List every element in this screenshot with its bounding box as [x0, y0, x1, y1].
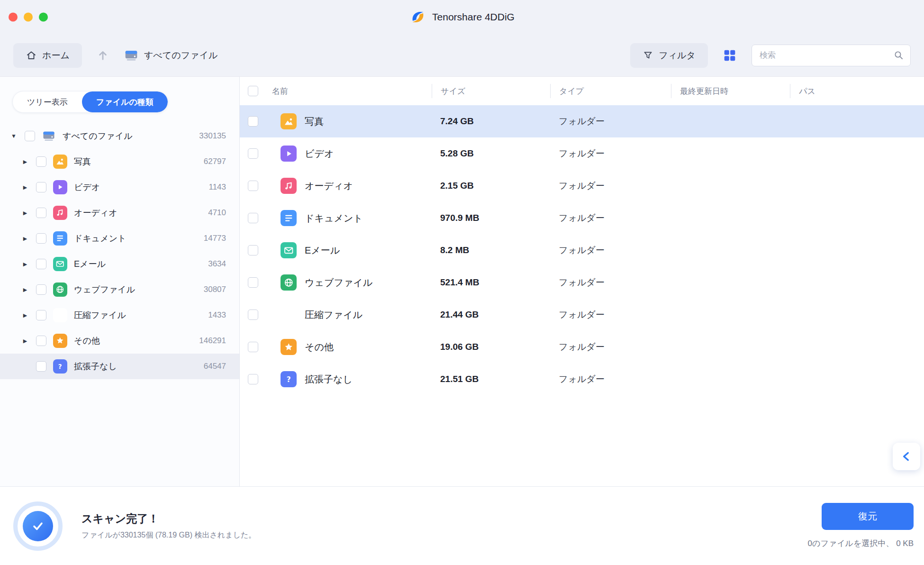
tab-tree-view[interactable]: ツリー表示	[13, 91, 82, 112]
table-row[interactable]: 圧縮ファイル21.44 GBフォルダー	[240, 299, 924, 331]
row-name: ドキュメント	[305, 212, 363, 225]
disclosure-caret[interactable]: ▶	[21, 159, 29, 165]
column-header-name[interactable]: 名前	[266, 84, 432, 98]
zoom-window-button[interactable]	[39, 13, 48, 22]
search-input[interactable]	[752, 45, 911, 66]
tab-file-types[interactable]: ファイルの種類	[82, 91, 168, 112]
sidebar-item[interactable]: ?拡張子なし64547	[0, 354, 239, 379]
tree-checkbox[interactable]	[36, 182, 46, 192]
filter-button[interactable]: フィルタ	[630, 43, 708, 68]
recover-button[interactable]: 復元	[822, 503, 914, 530]
tree-item-count: 1433	[208, 310, 226, 320]
doc-icon	[281, 210, 297, 226]
disclosure-caret[interactable]: ▶	[21, 210, 29, 216]
tree-checkbox[interactable]	[36, 361, 46, 372]
svg-text:?: ?	[287, 375, 291, 384]
row-checkbox[interactable]	[248, 277, 258, 288]
disclosure-caret[interactable]: ▶	[21, 312, 29, 319]
sidebar-item[interactable]: ▶ドキュメント14773	[0, 226, 239, 251]
disclosure-caret[interactable]: ▶	[21, 261, 29, 267]
disclosure-caret[interactable]: ▼	[9, 133, 18, 139]
row-type: フォルダー	[550, 212, 671, 224]
tree-checkbox[interactable]	[36, 336, 46, 346]
disclosure-caret[interactable]: ▶	[21, 287, 29, 293]
svg-text:?: ?	[58, 363, 62, 370]
row-name: ウェブファイル	[305, 276, 372, 289]
row-checkbox[interactable]	[248, 213, 258, 223]
tree-item-label: Eメール	[74, 258, 201, 270]
audio-icon	[53, 206, 67, 220]
sidebar-item[interactable]: ▶ビデオ1143	[0, 174, 239, 200]
tree-checkbox[interactable]	[36, 284, 46, 295]
table-row[interactable]: オーディオ2.15 GBフォルダー	[240, 170, 924, 202]
column-header-size[interactable]: サイズ	[432, 84, 550, 98]
row-checkbox[interactable]	[248, 310, 258, 320]
home-icon	[26, 50, 37, 61]
breadcrumb-label: すべてのファイル	[144, 49, 218, 62]
table-row[interactable]: ドキュメント970.9 MBフォルダー	[240, 202, 924, 234]
home-button-label: ホーム	[42, 49, 70, 62]
row-checkbox[interactable]	[248, 116, 258, 127]
disclosure-caret[interactable]: ▶	[21, 184, 29, 191]
row-name: その他	[305, 341, 334, 354]
sidebar-item[interactable]: ▶オーディオ4710	[0, 200, 239, 226]
row-size: 21.44 GB	[432, 310, 550, 320]
row-checkbox[interactable]	[248, 374, 258, 384]
table-row[interactable]: その他19.06 GBフォルダー	[240, 331, 924, 363]
question-icon: ?	[53, 359, 67, 374]
close-window-button[interactable]	[9, 13, 18, 22]
tree-checkbox[interactable]	[36, 310, 46, 320]
app-title: Tenorshare 4DDiG	[432, 11, 515, 23]
row-checkbox[interactable]	[248, 181, 258, 191]
scan-status: スキャン完了！ ファイルが330135個 (78.19 GB) 検出されました。	[13, 501, 256, 551]
tree-checkbox[interactable]	[36, 233, 46, 244]
tree-checkbox[interactable]	[36, 259, 46, 269]
table-row[interactable]: 写真7.24 GBフォルダー	[240, 105, 924, 137]
sidebar-item[interactable]: ▶Eメール3634	[0, 251, 239, 277]
disclosure-caret[interactable]: ▶	[21, 236, 29, 242]
traffic-lights	[9, 13, 48, 22]
question-icon: ?	[281, 371, 297, 387]
scan-status-title: スキャン完了！	[82, 511, 256, 526]
tree-checkbox[interactable]	[36, 208, 46, 218]
tree-item-label: ウェブファイル	[74, 284, 197, 295]
table-row[interactable]: Eメール8.2 MBフォルダー	[240, 234, 924, 266]
search-icon[interactable]	[893, 50, 905, 61]
video-icon	[53, 180, 67, 194]
sidebar-item[interactable]: ▶写真62797	[0, 149, 239, 174]
disclosure-caret[interactable]: ▶	[21, 338, 29, 344]
tree-item-count: 330135	[199, 131, 226, 141]
search-box	[752, 45, 911, 66]
row-checkbox[interactable]	[248, 148, 258, 159]
web-icon	[281, 274, 297, 291]
sidebar-item-all-files[interactable]: ▼すべてのファイル330135	[0, 123, 239, 149]
row-checkbox[interactable]	[248, 245, 258, 255]
row-type: フォルダー	[550, 115, 671, 128]
tree-checkbox[interactable]	[36, 156, 46, 167]
sidebar-item[interactable]: ▶圧縮ファイル1433	[0, 302, 239, 328]
row-checkbox[interactable]	[248, 342, 258, 352]
archive-icon	[281, 307, 297, 323]
app-title-wrap: Tenorshare 4DDiG	[409, 9, 515, 26]
sidebar-item[interactable]: ▶その他146291	[0, 328, 239, 354]
row-name: 写真	[305, 115, 324, 128]
tree-item-label: 拡張子なし	[74, 361, 197, 372]
status-bar: スキャン完了！ ファイルが330135個 (78.19 GB) 検出されました。…	[0, 486, 924, 565]
table-row[interactable]: ?拡張子なし21.51 GBフォルダー	[240, 363, 924, 395]
select-all-checkbox[interactable]	[248, 86, 258, 96]
tree-item-label: オーディオ	[74, 207, 201, 219]
view-mode-button[interactable]	[722, 48, 737, 63]
sidebar-item[interactable]: ▶ウェブファイル30807	[0, 277, 239, 302]
table-row[interactable]: ウェブファイル521.4 MBフォルダー	[240, 266, 924, 299]
breadcrumb[interactable]: すべてのファイル	[124, 48, 218, 63]
navigate-up-button[interactable]	[96, 49, 109, 62]
column-header-path[interactable]: パス	[790, 84, 924, 98]
row-name: Eメール	[305, 244, 340, 257]
column-header-type[interactable]: タイプ	[550, 84, 671, 98]
table-row[interactable]: ビデオ5.28 GBフォルダー	[240, 137, 924, 170]
tree-checkbox[interactable]	[25, 131, 35, 141]
collapse-panel-button[interactable]	[893, 443, 920, 470]
minimize-window-button[interactable]	[24, 13, 33, 22]
column-header-modified[interactable]: 最終更新日時	[671, 84, 790, 98]
home-button[interactable]: ホーム	[13, 43, 82, 68]
